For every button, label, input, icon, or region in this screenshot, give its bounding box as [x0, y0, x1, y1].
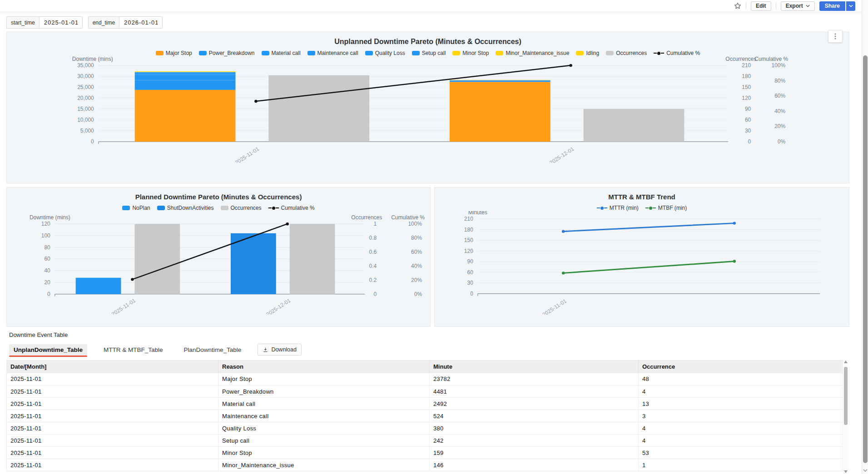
table-row: 2025-11-01Major Stop2378248	[7, 373, 843, 385]
svg-text:100%: 100%	[408, 221, 422, 227]
table-cell: Power_Breakdown	[218, 385, 430, 398]
legend-item[interactable]: NoPlan	[122, 205, 150, 211]
topbar: Edit Export Share	[0, 0, 862, 12]
svg-text:210: 210	[742, 62, 751, 69]
svg-text:25,000: 25,000	[77, 84, 94, 90]
start-time-label: start_time	[6, 16, 39, 29]
export-button[interactable]: Export	[781, 1, 815, 11]
download-button[interactable]: Download	[258, 344, 302, 356]
table-cell: Major Stop	[218, 373, 430, 385]
legend-item[interactable]: MTBF (min)	[645, 205, 687, 211]
legend-item[interactable]: ShutDownActivities	[157, 205, 214, 211]
legend-item[interactable]: Occurrences	[221, 205, 262, 211]
legend-item[interactable]: Cumulative %	[654, 50, 700, 56]
svg-text:80%: 80%	[774, 78, 785, 84]
svg-text:20%: 20%	[774, 123, 785, 129]
legend-line-marker	[268, 207, 279, 210]
svg-text:15,000: 15,000	[77, 106, 94, 112]
table-row: 2025-11-01Material call249213	[7, 398, 843, 410]
legend-swatch	[606, 51, 614, 55]
table-cell: 23782	[430, 373, 639, 385]
svg-text:100%: 100%	[772, 62, 786, 69]
svg-text:60%: 60%	[411, 249, 422, 255]
share-button[interactable]: Share	[819, 1, 845, 11]
share-menu-button[interactable]	[846, 1, 855, 11]
legend-item[interactable]: Cumulative %	[268, 205, 315, 211]
mttr-mtbf-chart: 0306090120150180210Minutes2025-11-01	[435, 211, 849, 315]
download-label: Download	[271, 346, 297, 353]
unplanned-pareto-panel: Unplanned Downtime Pareto (Minutes & Occ…	[6, 32, 849, 183]
legend-label: Occurrences	[616, 50, 647, 56]
legend-label: Quality Loss	[375, 50, 405, 56]
table-cell: Quality Loss	[218, 422, 430, 434]
table-cell: 2492	[430, 398, 639, 410]
table-cell: 13	[639, 398, 843, 410]
table-cell: Maintenance call	[218, 410, 430, 422]
legend-item[interactable]: Major Stop	[156, 50, 192, 56]
tab-plandowntime-table[interactable]: PlanDowntime_Table	[179, 344, 246, 356]
svg-text:0.8: 0.8	[369, 235, 377, 241]
start-time-group: start_time	[6, 16, 83, 29]
table-cell: 159	[430, 447, 639, 459]
legend-item[interactable]: Setup call	[412, 50, 446, 56]
legend-swatch	[157, 206, 165, 210]
svg-text:Minutes: Minutes	[468, 211, 487, 216]
svg-text:30: 30	[745, 128, 751, 134]
planned-pareto-chart: 020406080100120Downtime (mins)Occurrence…	[7, 211, 430, 315]
legend-line-marker	[597, 207, 607, 210]
chart-legend: MTTR (min)MTBF (min)	[435, 205, 849, 211]
legend-item[interactable]: Maintenance call	[308, 50, 358, 56]
svg-text:120: 120	[464, 248, 473, 254]
star-icon[interactable]	[734, 2, 741, 10]
table-header-cell: Minute	[430, 360, 639, 373]
legend-item[interactable]: Occurrences	[606, 50, 647, 56]
svg-text:0: 0	[374, 291, 377, 297]
scroll-down-chevron-icon[interactable]	[863, 466, 868, 474]
panel-title: MTTR & MTBF Trend	[435, 193, 849, 201]
legend-swatch	[576, 51, 584, 55]
svg-text:180: 180	[742, 73, 751, 79]
tab-mttr-mtbf-table[interactable]: MTTR & MTBF_Table	[99, 344, 168, 356]
legend-item[interactable]: MTTR (min)	[597, 205, 639, 211]
svg-text:0: 0	[748, 138, 751, 145]
table-cell: 4	[639, 434, 843, 447]
legend-item[interactable]: Idling	[576, 50, 599, 56]
legend-item[interactable]: Material call	[262, 50, 301, 56]
export-label: Export	[786, 3, 803, 9]
table-cell: Setup call	[218, 434, 430, 447]
legend-item[interactable]: Minor Stop	[452, 50, 489, 56]
table-cell: 3	[639, 410, 843, 422]
legend-label: MTBF (min)	[658, 205, 687, 211]
panel-title: Unplanned Downtime Pareto (Minutes & Occ…	[7, 38, 849, 46]
svg-text:90: 90	[467, 258, 473, 265]
page-scrollbar-thumb[interactable]	[863, 55, 868, 463]
panel-menu-button[interactable]	[828, 30, 843, 43]
scroll-down-arrow-icon[interactable]	[844, 470, 848, 473]
section-title: Downtime Event Table	[9, 331, 849, 338]
legend-item[interactable]: Minor_Maintenance_issue	[496, 50, 569, 56]
tab-unplandowntime-table[interactable]: UnplanDowntime_Table	[9, 344, 87, 356]
end-time-input[interactable]	[119, 16, 163, 29]
table-row: 2025-11-01Quality Loss3804	[7, 422, 843, 434]
table-cell: 2025-11-01	[7, 422, 218, 434]
legend-label: Maintenance call	[317, 50, 358, 56]
table-row: 2025-11-01Maintenance call5243	[7, 410, 843, 422]
table-cell: 524	[430, 410, 639, 422]
table-scrollbar	[843, 360, 848, 474]
table-scrollbar-thumb[interactable]	[844, 367, 848, 425]
table-tabs: UnplanDowntime_Table MTTR & MTBF_Table P…	[9, 343, 849, 356]
edit-button[interactable]: Edit	[751, 1, 771, 11]
legend-swatch	[452, 51, 460, 55]
svg-text:0: 0	[91, 138, 94, 145]
table-cell: 1	[639, 459, 843, 471]
svg-text:120: 120	[41, 221, 50, 227]
start-time-input[interactable]	[39, 16, 83, 29]
svg-text:100: 100	[41, 232, 50, 239]
table-cell: 48	[639, 373, 843, 385]
legend-item[interactable]: Quality Loss	[365, 50, 405, 56]
svg-text:20: 20	[44, 279, 50, 286]
table-row: 2025-11-01Power_Breakdown44814	[7, 385, 843, 398]
legend-item[interactable]: Power_Breakdown	[199, 50, 255, 56]
scroll-up-arrow-icon[interactable]	[844, 360, 848, 363]
divider	[776, 2, 776, 10]
